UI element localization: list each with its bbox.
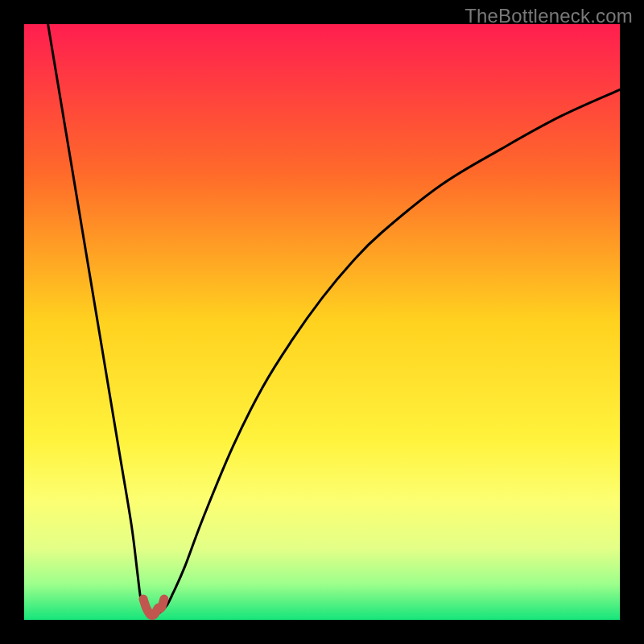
bottleneck-chart [24,24,620,620]
gradient-background [24,24,620,620]
watermark-text: TheBottleneck.com [464,5,633,27]
plot-area [24,24,620,620]
chart-frame: TheBottleneck.com [0,0,644,644]
